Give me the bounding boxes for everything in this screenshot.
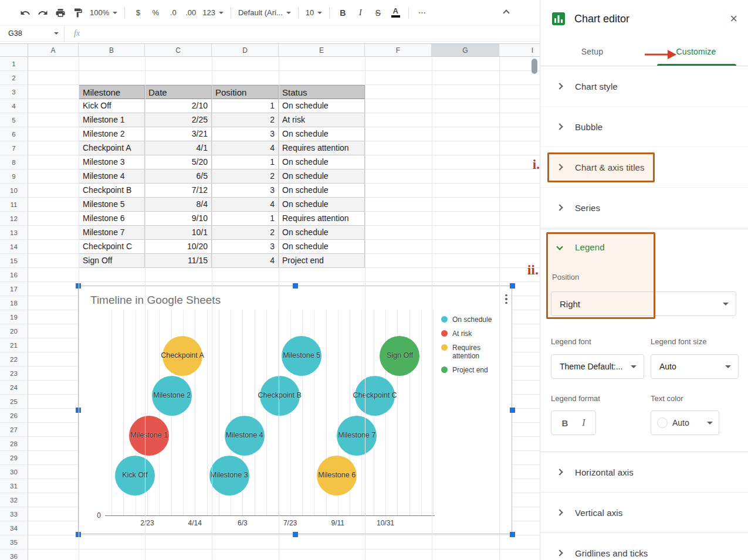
table-cell[interactable]: Sign Off	[79, 254, 145, 268]
legend-italic-button[interactable]: I	[582, 418, 585, 428]
table-header-cell[interactable]: Milestone	[79, 85, 145, 99]
formula-input[interactable]	[100, 26, 540, 41]
table-cell[interactable]: Milestone 3	[79, 155, 145, 169]
table-header-cell[interactable]: Status	[279, 85, 365, 99]
table-cell[interactable]: 2	[212, 113, 279, 127]
row-header-16[interactable]: 16	[0, 268, 28, 282]
row-header-31[interactable]: 31	[0, 479, 28, 493]
column-header-E[interactable]: E	[279, 44, 365, 56]
row-header-8[interactable]: 8	[0, 155, 28, 169]
selection-handle[interactable]	[293, 532, 298, 537]
increase-decimal-button[interactable]: .00	[182, 5, 199, 21]
table-cell[interactable]: Milestone 2	[79, 127, 145, 141]
table-cell[interactable]: 2/25	[145, 113, 212, 127]
row-header-27[interactable]: 27	[0, 423, 28, 437]
table-cell[interactable]: On schedule	[279, 127, 365, 141]
close-icon[interactable]: ×	[730, 12, 737, 25]
table-header-cell[interactable]: Date	[145, 85, 212, 99]
section-vertical-axis[interactable]: Vertical axis	[540, 493, 748, 533]
table-cell[interactable]: On schedule	[279, 184, 365, 198]
table-cell[interactable]: 2	[212, 169, 279, 184]
format-currency-button[interactable]: $	[129, 5, 147, 21]
table-cell[interactable]: 4/1	[145, 141, 212, 155]
text-color-button[interactable]: A	[387, 5, 404, 21]
row-header-3[interactable]: 3	[0, 85, 28, 99]
column-header-G[interactable]: G	[432, 44, 499, 56]
column-header-D[interactable]: D	[212, 44, 279, 56]
row-header-19[interactable]: 19	[0, 310, 28, 324]
row-header-34[interactable]: 34	[0, 521, 28, 535]
table-cell[interactable]: 1	[212, 212, 279, 226]
column-header-B[interactable]: B	[79, 44, 145, 56]
chart-options-icon[interactable]	[500, 293, 512, 306]
row-header-21[interactable]: 21	[0, 338, 28, 352]
table-cell[interactable]: Milestone 5	[79, 198, 145, 212]
table-cell[interactable]: 7/12	[145, 184, 212, 198]
row-header-20[interactable]: 20	[0, 324, 28, 338]
font-size-select[interactable]: 10	[303, 5, 325, 21]
undo-button[interactable]	[16, 5, 34, 21]
selection-handle[interactable]	[293, 283, 298, 289]
row-header-33[interactable]: 33	[0, 507, 28, 521]
text-color-select[interactable]: Auto	[651, 410, 719, 435]
table-cell[interactable]: Milestone 4	[79, 169, 145, 184]
row-header-5[interactable]: 5	[0, 113, 28, 127]
paint-format-button[interactable]	[69, 5, 87, 21]
table-cell[interactable]: 1	[212, 155, 279, 169]
table-cell[interactable]: On schedule	[279, 198, 365, 212]
section-horizontal-axis[interactable]: Horizontal axis	[540, 452, 748, 493]
row-header-29[interactable]: 29	[0, 451, 28, 465]
table-cell[interactable]: At risk	[279, 113, 365, 127]
table-cell[interactable]: Requires attention	[279, 212, 365, 226]
selection-handle[interactable]	[510, 532, 515, 537]
column-header-A[interactable]: A	[28, 44, 79, 56]
table-cell[interactable]: Checkpoint B	[79, 184, 145, 198]
row-header-15[interactable]: 15	[0, 254, 28, 268]
row-header-14[interactable]: 14	[0, 240, 28, 254]
table-cell[interactable]: 3	[212, 127, 279, 141]
table-cell[interactable]: Milestone 7	[79, 226, 145, 240]
section-chart-axis-titles[interactable]: Chart & axis titles	[540, 147, 748, 188]
section-legend[interactable]: Legend	[540, 229, 748, 264]
select-all-corner[interactable]	[0, 43, 28, 57]
table-cell[interactable]: On schedule	[279, 169, 365, 184]
row-header-22[interactable]: 22	[0, 352, 28, 366]
table-cell[interactable]: Requires attention	[279, 141, 365, 155]
redo-button[interactable]	[34, 5, 52, 21]
table-cell[interactable]: 2	[212, 226, 279, 240]
row-header-10[interactable]: 10	[0, 184, 28, 198]
table-header-cell[interactable]: Position	[212, 85, 279, 99]
table-cell[interactable]: 3	[212, 240, 279, 254]
zoom-select[interactable]: 100%	[87, 5, 120, 21]
row-header-36[interactable]: 36	[0, 549, 28, 560]
selection-handle[interactable]	[510, 283, 515, 289]
vertical-scrollbar[interactable]	[532, 59, 537, 74]
table-cell[interactable]: 8/4	[145, 198, 212, 212]
legend-bold-button[interactable]: B	[561, 418, 568, 428]
number-format-button[interactable]: 123	[199, 5, 226, 21]
row-header-1[interactable]: 1	[0, 57, 28, 71]
section-gridlines-and-ticks[interactable]: Gridlines and ticks	[540, 533, 748, 560]
row-header-30[interactable]: 30	[0, 465, 28, 479]
table-cell[interactable]: On schedule	[279, 226, 365, 240]
embedded-chart[interactable]: Timeline in Google Sheets 0 On scheduleA…	[78, 286, 512, 534]
strikethrough-button[interactable]: S	[369, 5, 387, 21]
format-percent-button[interactable]: %	[147, 5, 164, 21]
row-header-32[interactable]: 32	[0, 493, 28, 507]
selection-handle[interactable]	[510, 408, 515, 413]
section-chart-style[interactable]: Chart style	[540, 66, 748, 107]
row-header-26[interactable]: 26	[0, 409, 28, 423]
row-header-12[interactable]: 12	[0, 212, 28, 226]
row-header-25[interactable]: 25	[0, 395, 28, 409]
table-cell[interactable]: Checkpoint A	[79, 141, 145, 155]
section-series[interactable]: Series	[540, 188, 748, 228]
table-cell[interactable]: 4	[212, 198, 279, 212]
row-header-23[interactable]: 23	[0, 366, 28, 381]
row-header-4[interactable]: 4	[0, 99, 28, 113]
table-cell[interactable]: 9/10	[145, 212, 212, 226]
row-header-13[interactable]: 13	[0, 226, 28, 240]
table-cell[interactable]: 2/10	[145, 99, 212, 113]
table-cell[interactable]: Project end	[279, 254, 365, 268]
row-header-11[interactable]: 11	[0, 198, 28, 212]
tab-customize[interactable]: Customize	[644, 38, 748, 66]
